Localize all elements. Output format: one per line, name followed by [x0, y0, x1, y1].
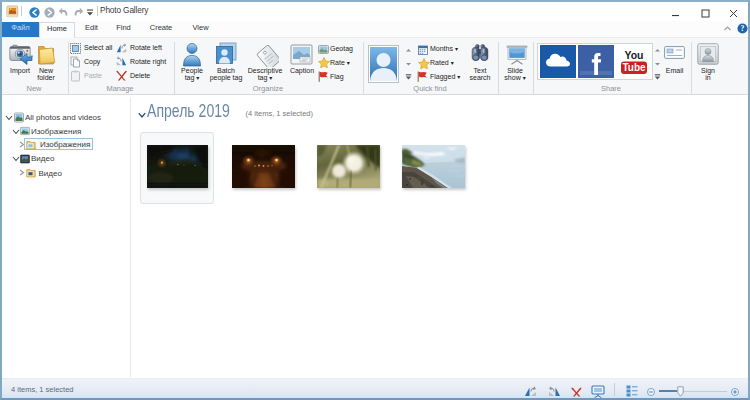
svg-text:You: You [624, 49, 643, 61]
svg-text:?: ? [741, 24, 745, 33]
svg-text:Tube: Tube [622, 62, 646, 73]
